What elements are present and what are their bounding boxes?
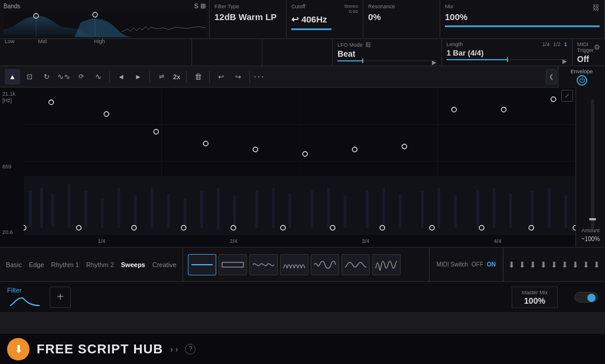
free-script-hub-overlay: ⬇ FREE SCRIPT HUB › › ?: [0, 333, 605, 364]
svg-rect-22: [167, 194, 170, 228]
cutoff-value[interactable]: ↩ 406Hz: [291, 14, 358, 25]
marquee-tool-button[interactable]: ⊡: [22, 69, 37, 84]
next-button[interactable]: ►: [131, 69, 146, 84]
cat-edge[interactable]: Edge: [29, 261, 44, 268]
cat-basic[interactable]: Basic: [6, 261, 22, 268]
freq-labels: 21.1k[Hz] 659 20.6: [0, 87, 24, 247]
midi-switch-off[interactable]: OFF: [471, 261, 483, 268]
bands-s-btn[interactable]: S ⊞: [194, 2, 206, 10]
cutoff-panel: Cutoff Stereo 0.00 ↩ 406Hz: [287, 0, 363, 38]
dl-icon-4[interactable]: ⬇: [540, 260, 547, 269]
svg-rect-16: [68, 184, 71, 228]
prev-button[interactable]: ◄: [113, 69, 129, 84]
master-mix-value[interactable]: 100%: [524, 295, 545, 305]
svg-point-52: [203, 141, 208, 146]
length-label: Length: [447, 41, 463, 47]
gear-icon[interactable]: ⚙: [594, 43, 600, 51]
pattern-shapes: [183, 254, 429, 275]
download-circle-button[interactable]: ⬇: [7, 338, 30, 360]
master-mix-panel: Master Mix 100%: [512, 286, 558, 308]
add-filter-button[interactable]: +: [50, 287, 71, 308]
cat-creative[interactable]: Creative: [152, 261, 177, 268]
svg-rect-36: [421, 191, 424, 228]
delete-button[interactable]: 🗑: [190, 69, 206, 84]
length-value[interactable]: 1 Bar (4/4): [447, 48, 567, 57]
resonance-value[interactable]: 0%: [368, 12, 435, 22]
lfo-mode-label: LFO Mode: [337, 42, 363, 48]
toggle-switch[interactable]: [574, 292, 598, 303]
2x-button[interactable]: 2x: [171, 73, 183, 80]
filter-type-value[interactable]: 12dB Warm LP: [214, 12, 281, 22]
svg-rect-33: [366, 191, 369, 228]
filter-type-panel: Filter Type 12dB Warm LP: [210, 0, 287, 38]
toolbar-sep-3: [186, 71, 187, 83]
svg-point-64: [502, 108, 506, 112]
pattern-shape-5[interactable]: [311, 254, 339, 275]
mix-value[interactable]: 100%: [445, 12, 600, 22]
length-panel: Length 1/4 1/2 1 1 Bar (4/4) ▶: [442, 39, 573, 66]
collapse-button[interactable]: ❮: [546, 69, 557, 84]
svg-point-62: [452, 108, 457, 112]
pattern-shape-1[interactable]: [188, 254, 216, 275]
pattern-shape-4[interactable]: [280, 254, 308, 275]
pattern-shape-6[interactable]: [341, 254, 370, 275]
svg-rect-24: [200, 191, 203, 228]
redo-button[interactable]: ↪: [230, 69, 246, 84]
dl-icon-2[interactable]: ⬇: [519, 260, 526, 269]
length-tab-one[interactable]: 1: [564, 41, 567, 47]
pattern-categories: Basic Edge Rhythm 1 Rhythm 2 Sweeps Crea…: [0, 248, 183, 281]
svg-point-56: [302, 152, 307, 157]
lfo-mode-value[interactable]: Beat: [337, 49, 437, 58]
svg-rect-28: [272, 188, 275, 228]
shuffle-button[interactable]: ⇌: [154, 69, 169, 84]
midi-trigger-value[interactable]: Off: [577, 54, 600, 64]
amount-slider-track[interactable]: [591, 99, 594, 229]
bands-title: Bands: [4, 3, 20, 9]
bands-panel: Bands S ⊞: [0, 0, 210, 38]
pattern-shape-7[interactable]: [372, 254, 401, 275]
cat-rhythm1[interactable]: Rhythm 1: [51, 261, 79, 268]
clock-tool-button[interactable]: ⟳: [73, 69, 89, 84]
undo-button[interactable]: ↩: [213, 69, 229, 84]
dl-icon-7[interactable]: ⬇: [572, 260, 579, 269]
time-label-3: 3/4: [362, 238, 369, 244]
toolbar: ▲ ⊡ ↻ ∿∿ ⟳ ∿ ◄ ► ⇌ 2x 🗑 ↩ ↪ ··· ❮ Envelo…: [0, 66, 605, 87]
smooth-tool-button[interactable]: ∿: [90, 69, 106, 84]
expand-button[interactable]: ⤢: [561, 90, 573, 102]
svg-rect-69: [222, 262, 243, 267]
select-tool-button[interactable]: ▲: [5, 69, 20, 84]
filter-tab[interactable]: Filter: [7, 287, 43, 308]
envelope-power-button[interactable]: ⏻: [577, 75, 587, 86]
length-tab-half[interactable]: 1/2: [553, 41, 561, 47]
svg-rect-44: [564, 196, 567, 228]
svg-rect-43: [548, 188, 551, 228]
dl-icon-6[interactable]: ⬇: [561, 260, 568, 269]
cat-rhythm2[interactable]: Rhythm 2: [86, 261, 114, 268]
download-icons-row: ⬇ ⬇ ⬇ ⬇ ⬇ ⬇ ⬇ ⬇ ⬇: [503, 248, 605, 281]
dl-icon-1[interactable]: ⬇: [508, 260, 515, 269]
stereo-label: Stereo: [344, 4, 358, 9]
dl-icon-9[interactable]: ⬇: [593, 260, 600, 269]
time-label-4: 4/4: [494, 238, 502, 244]
length-tab-quarter[interactable]: 1/4: [542, 41, 550, 47]
svg-rect-31: [327, 188, 330, 228]
svg-point-46: [49, 100, 54, 105]
midi-switch-on[interactable]: ON: [487, 261, 496, 268]
pattern-shape-3[interactable]: [249, 254, 278, 275]
more-options-button[interactable]: ···: [253, 72, 265, 82]
hub-question-button[interactable]: ?: [185, 344, 196, 355]
cat-sweeps[interactable]: Sweeps: [121, 261, 145, 268]
time-label-2: 2/4: [230, 238, 238, 244]
svg-rect-34: [382, 188, 385, 228]
pattern-shape-2[interactable]: [219, 254, 247, 275]
dl-icon-8[interactable]: ⬇: [583, 260, 590, 269]
wave-tool-button[interactable]: ∿∿: [56, 69, 71, 84]
lfo-mode-panel: LFO Mode ⛓ Beat ▶: [333, 39, 442, 66]
svg-rect-38: [454, 196, 457, 228]
dl-icon-3[interactable]: ⬇: [529, 260, 536, 269]
dl-icon-5[interactable]: ⬇: [551, 260, 558, 269]
bottom-bar: Filter + Master Mix 100%: [0, 281, 605, 312]
waveform-canvas[interactable]: [24, 87, 575, 235]
mix-blue-bar: [445, 25, 600, 27]
loop-tool-button[interactable]: ↻: [39, 69, 54, 84]
